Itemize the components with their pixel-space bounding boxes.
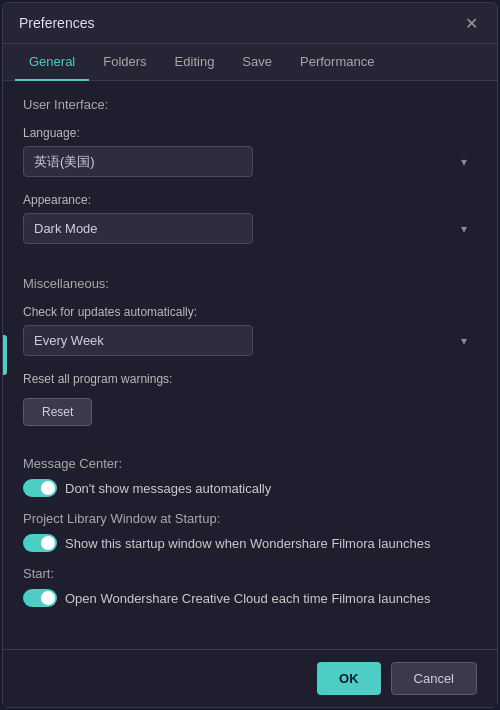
updates-select-wrapper: Every Day Every Week Every Month Never ▾ — [23, 325, 477, 356]
dialog-title: Preferences — [19, 15, 94, 31]
appearance-label: Appearance: — [23, 193, 477, 207]
language-select-arrow: ▾ — [461, 155, 467, 169]
left-accent — [3, 335, 7, 375]
appearance-select[interactable]: Dark Mode Light Mode System Default — [23, 213, 253, 244]
misc-section: Miscellaneous: Check for updates automat… — [23, 260, 477, 607]
tab-editing[interactable]: Editing — [161, 44, 229, 81]
tab-save[interactable]: Save — [228, 44, 286, 81]
start-toggle-knob — [41, 591, 55, 605]
language-select-wrapper: 英语(美国) 中文(简体) 中文(繁體) 日本語 ▾ — [23, 146, 477, 177]
ok-button[interactable]: OK — [317, 662, 381, 695]
close-button[interactable]: ✕ — [461, 13, 481, 33]
message-center-toggle[interactable] — [23, 479, 57, 497]
tab-bar: General Folders Editing Save Performance — [3, 44, 497, 81]
start-toggle[interactable] — [23, 589, 57, 607]
start-toggle-row: Open Wondershare Creative Cloud each tim… — [23, 589, 477, 607]
tab-folders[interactable]: Folders — [89, 44, 160, 81]
message-center-toggle-label: Don't show messages automatically — [65, 481, 271, 496]
misc-section-label: Miscellaneous: — [23, 276, 477, 291]
content-area: User Interface: Language: 英语(美国) 中文(简体) … — [3, 81, 497, 649]
tab-general[interactable]: General — [15, 44, 89, 81]
reset-button[interactable]: Reset — [23, 398, 92, 426]
project-library-toggle-knob — [41, 536, 55, 550]
project-library-toggle-label: Show this startup window when Wondershar… — [65, 536, 430, 551]
cancel-button[interactable]: Cancel — [391, 662, 477, 695]
appearance-select-arrow: ▾ — [461, 222, 467, 236]
tab-performance[interactable]: Performance — [286, 44, 388, 81]
ui-section-label: User Interface: — [23, 97, 477, 112]
preferences-dialog: Preferences ✕ General Folders Editing Sa… — [2, 2, 498, 708]
updates-label: Check for updates automatically: — [23, 305, 477, 319]
message-center-toggle-row: Don't show messages automatically — [23, 479, 477, 497]
reset-warnings-label: Reset all program warnings: — [23, 372, 477, 386]
appearance-select-wrapper: Dark Mode Light Mode System Default ▾ — [23, 213, 477, 244]
message-center-toggle-knob — [41, 481, 55, 495]
updates-select[interactable]: Every Day Every Week Every Month Never — [23, 325, 253, 356]
language-select[interactable]: 英语(美国) 中文(简体) 中文(繁體) 日本語 — [23, 146, 253, 177]
message-center-label: Message Center: — [23, 456, 477, 471]
start-toggle-label: Open Wondershare Creative Cloud each tim… — [65, 591, 430, 606]
project-library-toggle[interactable] — [23, 534, 57, 552]
language-label: Language: — [23, 126, 477, 140]
footer: OK Cancel — [3, 649, 497, 707]
title-bar: Preferences ✕ — [3, 3, 497, 44]
start-label: Start: — [23, 566, 477, 581]
project-library-toggle-row: Show this startup window when Wondershar… — [23, 534, 477, 552]
updates-select-arrow: ▾ — [461, 334, 467, 348]
project-library-label: Project Library Window at Startup: — [23, 511, 477, 526]
